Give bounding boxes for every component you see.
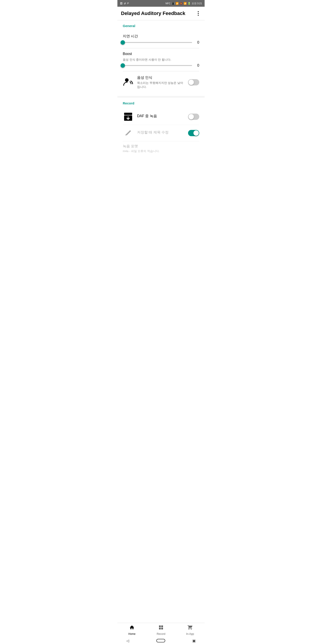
battery-icon: 🔋 <box>188 2 191 5</box>
voice-icon-svg <box>123 77 134 88</box>
status-bar-right: NFC 📳 📶 🔕 📶 🔋 오전 3:21 <box>166 2 202 5</box>
boost-sublabel: 음성 인식 중이라면 사용이 안 됩니다. <box>123 58 199 62</box>
boost-slider-row: 0 <box>123 64 199 68</box>
delay-time-value: 0 <box>195 40 199 44</box>
svg-point-0 <box>125 78 128 82</box>
divider-1 <box>123 48 199 48</box>
boost-thumb[interactable] <box>120 63 125 68</box>
voice-recognition-desc: 목소리는 뚜렸해지지만 성능은 낮아집니다. <box>137 81 184 89</box>
more-options-icon[interactable]: ⋮ <box>196 10 201 16</box>
cast-icon: ⇄ <box>124 2 126 5</box>
wifi-icon: 📶 <box>176 2 179 5</box>
signal-icon: 📶 <box>184 2 187 5</box>
boost-slider[interactable] <box>123 65 192 66</box>
voice-recognition-title: 음성 인식 <box>137 75 184 80</box>
voice-recognition-setting: 음성 인식 목소리는 뚜렸해지지만 성능은 낮아집니다. <box>123 72 199 92</box>
voice-recognition-toggle[interactable] <box>188 79 199 86</box>
archive-icon-svg <box>123 112 133 122</box>
app-title: Delayed Auditory Feedback <box>121 10 185 16</box>
boost-value: 0 <box>195 64 199 68</box>
boost-setting: Boost 음성 인식 중이라면 사용이 안 됩니다. 0 <box>123 49 199 70</box>
edit-title-text: 저장할 때 제목 수정 <box>137 130 184 136</box>
daf-record-toggle-knob <box>188 114 194 120</box>
svg-rect-1 <box>124 113 132 115</box>
app-bar: Delayed Auditory Feedback ⋮ <box>118 7 204 20</box>
daf-record-setting: DAF 중 녹음 <box>123 109 199 125</box>
daf-record-toggle[interactable] <box>188 114 199 120</box>
time: 오전 3:21 <box>192 2 202 5</box>
boost-label: Boost <box>123 52 199 56</box>
divider-2 <box>123 71 199 71</box>
vibrate-icon: 📳 <box>172 2 175 5</box>
dnd-icon: 🔕 <box>180 2 183 5</box>
edit-title-toggle-knob <box>194 130 199 136</box>
nfc-label: NFC <box>166 2 170 5</box>
delay-time-slider[interactable] <box>123 42 192 43</box>
voice-recognition-text: 음성 인식 목소리는 뚜렸해지지만 성능은 낮아집니다. <box>137 75 184 89</box>
delay-time-setting: 지연 시간 0 <box>123 31 199 47</box>
edit-title-setting: 저장할 때 제목 수정 <box>123 125 199 141</box>
edit-icon <box>123 128 134 138</box>
general-section-header: General <box>123 24 199 28</box>
edit-title-label: 저장할 때 제목 수정 <box>137 130 184 135</box>
general-section: General 지연 시간 0 Boost 음성 인식 중이라면 사용이 안 됩… <box>118 20 204 96</box>
daf-record-text: DAF 중 녹음 <box>137 114 184 120</box>
main-content: General 지연 시간 0 Boost 음성 인식 중이라면 사용이 안 됩… <box>118 20 204 160</box>
delay-time-thumb[interactable] <box>120 40 125 45</box>
record-section: Record DAF 중 녹음 <box>118 98 204 160</box>
status-bar: 🖼 ⇄ P NFC 📳 📶 🔕 📶 🔋 오전 3:21 <box>118 0 204 7</box>
daf-record-title: DAF 중 녹음 <box>137 114 184 118</box>
edit-icon-svg <box>124 129 132 137</box>
voice-recognition-toggle-knob <box>188 80 194 85</box>
record-section-header: Record <box>123 101 199 105</box>
delay-time-label: 지연 시간 <box>123 34 199 39</box>
archive-icon <box>123 111 134 122</box>
voice-recognition-icon <box>123 77 134 88</box>
format-label: 녹음 포맷 <box>123 144 199 149</box>
status-bar-left: 🖼 ⇄ P <box>120 2 129 5</box>
photo-icon: 🖼 <box>120 2 122 5</box>
delay-time-slider-row: 0 <box>123 40 199 44</box>
format-desc: m4a - 파일 오류의 적습니다. <box>123 149 199 153</box>
format-setting: 녹음 포맷 m4a - 파일 오류의 적습니다. <box>123 141 199 156</box>
parking-icon: P <box>127 2 129 5</box>
edit-title-toggle[interactable] <box>188 130 199 136</box>
